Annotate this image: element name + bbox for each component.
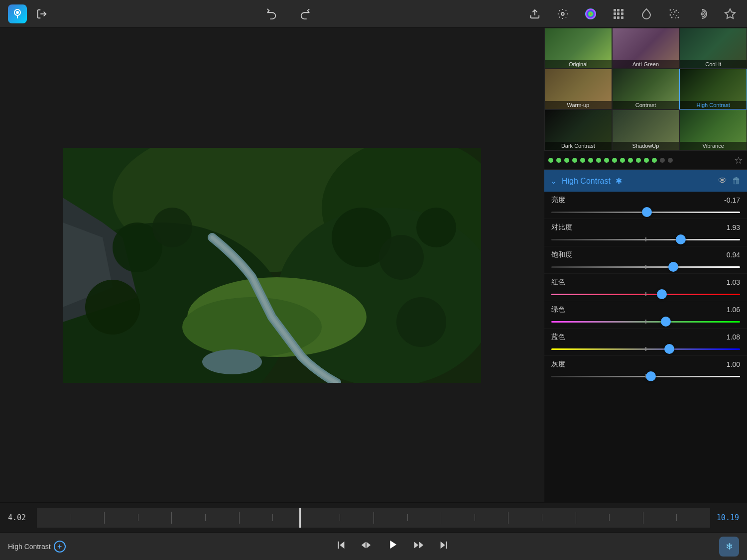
slider-value-0: -0.17	[724, 196, 740, 204]
slider-top-5: 蓝色 1.08	[551, 333, 740, 341]
svg-point-14	[670, 9, 671, 10]
dot-3[interactable]	[572, 158, 577, 163]
slider-track-container-2[interactable]	[551, 261, 740, 272]
filter-label-original: Original	[545, 60, 612, 68]
filter-item-anti-green[interactable]: Anti-Green	[612, 28, 680, 69]
skip-back-button[interactable]	[336, 540, 347, 554]
svg-point-18	[674, 11, 676, 12]
grain-tool-button[interactable]	[665, 5, 683, 23]
slider-value-4: 1.06	[727, 306, 740, 314]
dot-11[interactable]	[636, 158, 641, 163]
visibility-toggle-button[interactable]: 👁	[718, 176, 727, 186]
filter-item-shadowup[interactable]: ShadowUp	[612, 110, 680, 150]
slider-top-1: 对比度 1.93	[551, 223, 740, 232]
undo-button[interactable]	[262, 5, 280, 23]
star-tool-button[interactable]	[721, 5, 739, 23]
slider-thumb-6[interactable]	[646, 371, 656, 381]
dots-favorite-star[interactable]: ☆	[734, 154, 743, 166]
dot-14[interactable]	[660, 158, 665, 163]
dot-2[interactable]	[564, 158, 569, 163]
filter-label-contrast: Contrast	[613, 101, 679, 109]
filter-item-warm-up[interactable]: Warm-up	[544, 69, 612, 110]
current-time: 4.02	[8, 513, 33, 522]
slider-label-4: 绿色	[551, 305, 565, 314]
tick	[542, 514, 542, 521]
slider-thumb-1[interactable]	[676, 234, 686, 244]
app-icon	[8, 4, 27, 23]
playhead[interactable]	[299, 508, 301, 528]
redo-button[interactable]	[296, 5, 314, 23]
slider-track-container-6[interactable]	[551, 371, 740, 382]
filter-label-warm-up: Warm-up	[545, 101, 612, 109]
current-filter-label: High Contrast +	[8, 541, 66, 553]
timeline-area: 4.02 10.19	[0, 502, 747, 532]
slider-thumb-5[interactable]	[664, 344, 674, 354]
tick	[508, 512, 508, 524]
dot-7[interactable]	[604, 158, 609, 163]
dot-4[interactable]	[580, 158, 585, 163]
dot-12[interactable]	[644, 158, 649, 163]
slider-track-container-3[interactable]	[551, 289, 740, 300]
delete-filter-button[interactable]: 🗑	[732, 176, 741, 186]
filter-grid: Original Anti-Green Cool-it Warm-up Cont…	[544, 28, 747, 151]
slider-thumb-3[interactable]	[657, 289, 667, 299]
slider-thumb-4[interactable]	[661, 317, 671, 327]
svg-rect-44	[63, 148, 481, 383]
collapse-button[interactable]: ⌄	[550, 176, 557, 186]
top-bar-center	[51, 5, 526, 23]
slider-value-1: 1.93	[727, 224, 740, 231]
dot-0[interactable]	[548, 158, 553, 163]
filter-item-original[interactable]: Original	[544, 28, 612, 69]
tick	[104, 512, 105, 524]
dot-5[interactable]	[588, 158, 593, 163]
skip-forward-button[interactable]	[438, 540, 449, 554]
slider-track-container-4[interactable]	[551, 316, 740, 327]
slider-value-6: 1.00	[727, 360, 740, 368]
color-tool-button[interactable]	[582, 5, 600, 23]
dot-9[interactable]	[620, 158, 625, 163]
slider-value-2: 0.94	[727, 251, 740, 259]
slider-top-4: 绿色 1.06	[551, 305, 740, 314]
spiral-tool-button[interactable]	[693, 5, 711, 23]
filter-item-high-contrast[interactable]: High Contrast	[679, 69, 747, 110]
export-button[interactable]	[526, 5, 544, 23]
dot-13[interactable]	[652, 158, 657, 163]
magic-button[interactable]: ❄	[719, 537, 739, 557]
drop-tool-button[interactable]	[637, 5, 655, 23]
svg-marker-26	[725, 9, 735, 18]
svg-point-3	[561, 12, 564, 15]
step-forward-button[interactable]	[413, 540, 424, 554]
slider-track-container-1[interactable]	[551, 234, 740, 245]
filter-item-vibrance[interactable]: Vibrance	[679, 110, 747, 150]
slider-thumb-0[interactable]	[642, 207, 652, 217]
slider-track-container-0[interactable]	[551, 207, 740, 218]
filter-asterisk: ✱	[616, 177, 622, 185]
dot-6[interactable]	[596, 158, 601, 163]
filter-item-cool-it[interactable]: Cool-it	[679, 28, 747, 69]
add-filter-button[interactable]: +	[54, 541, 66, 553]
filter-label-high-contrast: High Contrast	[680, 101, 747, 109]
settings-button[interactable]	[554, 5, 572, 23]
tick	[340, 514, 340, 521]
sign-out-button[interactable]	[33, 5, 51, 23]
video-preview	[63, 148, 481, 383]
dot-15[interactable]	[668, 158, 673, 163]
slider-thumb-2[interactable]	[668, 262, 678, 272]
play-button[interactable]	[385, 538, 399, 555]
svg-point-24	[675, 17, 676, 18]
filter-item-contrast[interactable]: Contrast	[612, 69, 680, 110]
step-back-button[interactable]	[361, 540, 372, 554]
playback-controls	[76, 538, 709, 555]
slider-center-tick-5	[645, 347, 646, 351]
filter-item-dark-contrast[interactable]: Dark Contrast	[544, 110, 612, 150]
tick	[676, 514, 677, 521]
slider-row-2: 饱和度 0.94	[544, 246, 747, 274]
timeline-bar[interactable]	[37, 508, 710, 528]
dot-10[interactable]	[628, 158, 633, 163]
tick	[475, 514, 475, 521]
svg-point-1	[16, 11, 19, 14]
halftone-tool-button[interactable]	[610, 5, 627, 23]
dot-1[interactable]	[556, 158, 561, 163]
dot-8[interactable]	[612, 158, 617, 163]
slider-track-container-5[interactable]	[551, 343, 740, 354]
